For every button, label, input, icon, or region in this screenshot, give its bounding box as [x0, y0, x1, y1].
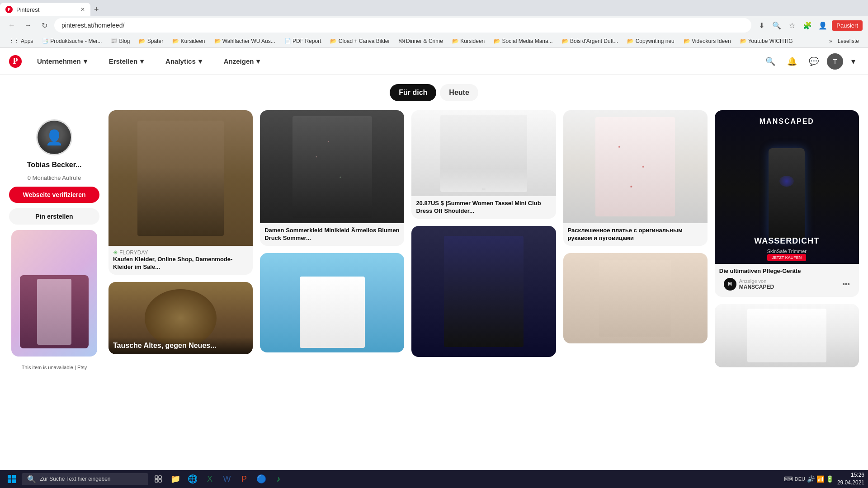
word-button[interactable]: W: [219, 471, 235, 487]
paused-button[interactable]: Pausiert: [832, 20, 863, 31]
search-button[interactable]: 🔍: [762, 53, 779, 70]
chevron-down-icon: ▾: [198, 57, 202, 66]
bookmarks-more-button[interactable]: »: [829, 38, 832, 44]
excel-icon: X: [207, 474, 212, 484]
nav-unternehmen[interactable]: Unternehmen ▾: [31, 54, 94, 69]
pin-card-white-blouse[interactable]: [715, 304, 859, 367]
powerpoint-button[interactable]: P: [236, 471, 252, 487]
bookmark-canva[interactable]: 📂 Cload + Canva Bilder: [326, 37, 393, 45]
taskbar: 🔍 Zur Suche Text hier eingeben 📁 🌐 X W P: [0, 470, 868, 488]
taskview-icon: [155, 475, 162, 483]
address-bar[interactable]: [54, 18, 751, 33]
bookmark-button[interactable]: ☆: [786, 19, 798, 32]
bookmark-produktsuche[interactable]: 📑 Produktsuche - Mer...: [38, 37, 105, 45]
volume-icon[interactable]: 🔊: [807, 475, 815, 483]
start-button[interactable]: [4, 471, 20, 487]
edge-button[interactable]: 🔵: [253, 471, 269, 487]
chevron-down-icon: ▾: [84, 57, 87, 66]
nav-anzeigen[interactable]: Anzeigen ▾: [217, 54, 267, 69]
nav-analytics[interactable]: Analytics ▾: [159, 54, 208, 69]
bookmark-pdf[interactable]: 📄 PDF Report: [281, 37, 325, 45]
bookmark-wahlfaecher[interactable]: 📂 Wahlfächer WU Aus...: [211, 37, 279, 45]
download-button[interactable]: ⬇: [755, 19, 768, 32]
pin-card-white-shirt[interactable]: [260, 253, 404, 352]
tab-title: Pinterest: [16, 6, 77, 13]
bookmark-copywriting[interactable]: 📂 Copywriting neu: [623, 37, 678, 45]
pin-card-floryday[interactable]: ✳ FLORYDAY Kaufen Kleider, Online Shop, …: [108, 110, 253, 275]
pinterest-tab[interactable]: P Pinterest ✕: [0, 3, 90, 16]
svg-rect-5: [159, 476, 161, 479]
bookmark-label: 🍽 Dinner & Crime: [399, 38, 443, 44]
bookmark-label: 📂 Bois d'Argent Duft...: [562, 38, 618, 44]
pin-card-cherry[interactable]: Расклешенное платье с оригинальным рукав…: [563, 110, 708, 246]
bookmark-spaeter[interactable]: 📂 Später: [135, 37, 167, 45]
forward-button[interactable]: →: [22, 19, 34, 32]
bookmark-bois[interactable]: 📂 Bois d'Argent Duft...: [558, 37, 622, 45]
pin-card-navy[interactable]: [411, 226, 556, 357]
pin-card-floral[interactable]: Damen Sommerkleid Minikleid Ärmellos Blu…: [260, 110, 404, 246]
pin-info: ✳ FLORYDAY Kaufen Kleider, Online Shop, …: [108, 246, 253, 275]
keyboard-icon[interactable]: ⌨: [784, 475, 793, 483]
verify-website-button[interactable]: Webseite verifizieren: [9, 187, 99, 203]
messages-button[interactable]: 💬: [805, 53, 822, 70]
svg-rect-4: [155, 476, 158, 479]
ad-info: Anzeige von MANSCAPED: [739, 278, 774, 290]
back-button[interactable]: ←: [5, 19, 18, 32]
pin-card-tassel[interactable]: ||||||| 20.87US $ |Summer Women Tassel M…: [411, 110, 556, 219]
system-clock[interactable]: 15:26 29.04.2021: [837, 471, 864, 487]
bookmark-dinner[interactable]: 🍽 Dinner & Crime: [396, 37, 447, 45]
nav-anzeigen-label: Anzeigen: [224, 57, 254, 65]
bookmark-label: 📄 PDF Report: [284, 38, 321, 44]
tab-heute[interactable]: Heute: [440, 84, 478, 101]
word-icon: W: [223, 474, 231, 484]
pin-card-beige[interactable]: [563, 253, 708, 343]
bookmark-kursideen1[interactable]: 📂 Kursideen: [169, 37, 208, 45]
bookmark-label: 📂 Copywriting neu: [627, 38, 674, 44]
nav-unternehmen-label: Unternehmen: [37, 57, 81, 65]
taskview-button[interactable]: [150, 471, 166, 487]
taskbar-search-bar[interactable]: 🔍 Zur Suche Text hier eingeben: [22, 473, 148, 485]
browser-actions: ⬇ 🔍 ☆ 🧩 👤 Pausiert: [755, 19, 863, 32]
bookmark-label: 📂 Social Media Mana...: [494, 38, 552, 44]
spotify-button[interactable]: ♪: [270, 471, 287, 487]
browser-chrome: P Pinterest ✕ + ← → ↻ ⬇ 🔍 ☆ 🧩 👤 Pausiert…: [0, 0, 868, 48]
user-avatar-button[interactable]: T: [827, 53, 843, 70]
windows-icon: [7, 474, 16, 483]
pin-title: Damen Sommerkleid Minikleid Ärmellos Blu…: [264, 227, 400, 242]
excel-button[interactable]: X: [202, 471, 218, 487]
bookmark-kursideen2[interactable]: 📂 Kursideen: [448, 37, 488, 45]
svg-rect-1: [12, 475, 16, 479]
tab-fuer-dich[interactable]: Für dich: [390, 84, 436, 101]
new-tab-button[interactable]: +: [90, 5, 103, 14]
bookmark-youtube[interactable]: 📂 Youtube WICHTIG: [736, 37, 797, 45]
ad-more-button[interactable]: •••: [842, 280, 850, 288]
pin-card-plant[interactable]: Tausche Altes, gegen Neues...: [108, 282, 253, 354]
extensions-button[interactable]: 🧩: [801, 19, 814, 32]
browser-taskbar-button[interactable]: 🌐: [184, 471, 201, 487]
feed-tabs: Für dich Heute: [0, 75, 868, 106]
pinterest-nav: P Unternehmen ▾ Erstellen ▾ Analytics ▾ …: [0, 48, 868, 75]
bookmark-videokurs[interactable]: 📂 Videokurs Ideen: [680, 37, 735, 45]
create-pin-button[interactable]: Pin erstellen: [9, 208, 99, 225]
notifications-button[interactable]: 🔔: [783, 53, 801, 70]
search-button[interactable]: 🔍: [770, 19, 783, 32]
reading-list-button[interactable]: Leseliste: [834, 37, 863, 45]
bookmark-label: 📂 Cload + Canva Bilder: [330, 38, 390, 44]
svg-rect-2: [8, 479, 11, 483]
bookmark-label: 📂 Videokurs Ideen: [684, 38, 731, 44]
nav-erstellen[interactable]: Erstellen ▾: [103, 54, 150, 69]
reload-button[interactable]: ↻: [38, 19, 51, 32]
file-explorer-button[interactable]: 📁: [167, 471, 184, 487]
bookmark-label: 📂 Youtube WICHTIG: [740, 38, 793, 44]
pinterest-logo[interactable]: P: [9, 55, 22, 68]
profile-button[interactable]: 👤: [816, 19, 829, 32]
network-icon[interactable]: 📶: [816, 475, 824, 483]
bookmark-blog[interactable]: 📰 Blog: [107, 37, 133, 45]
sidebar-pin-image[interactable]: [11, 230, 97, 357]
tab-close-button[interactable]: ✕: [80, 6, 85, 13]
pin-card-manscaped[interactable]: MANSCAPED WASSERDICHT SkinSafe Trimmer: [715, 110, 859, 297]
folder-icon: 📑: [42, 38, 48, 44]
more-options-button[interactable]: ▾: [848, 53, 859, 70]
bookmark-apps[interactable]: ⋮⋮ Apps: [5, 37, 37, 45]
bookmark-social[interactable]: 📂 Social Media Mana...: [490, 37, 556, 45]
